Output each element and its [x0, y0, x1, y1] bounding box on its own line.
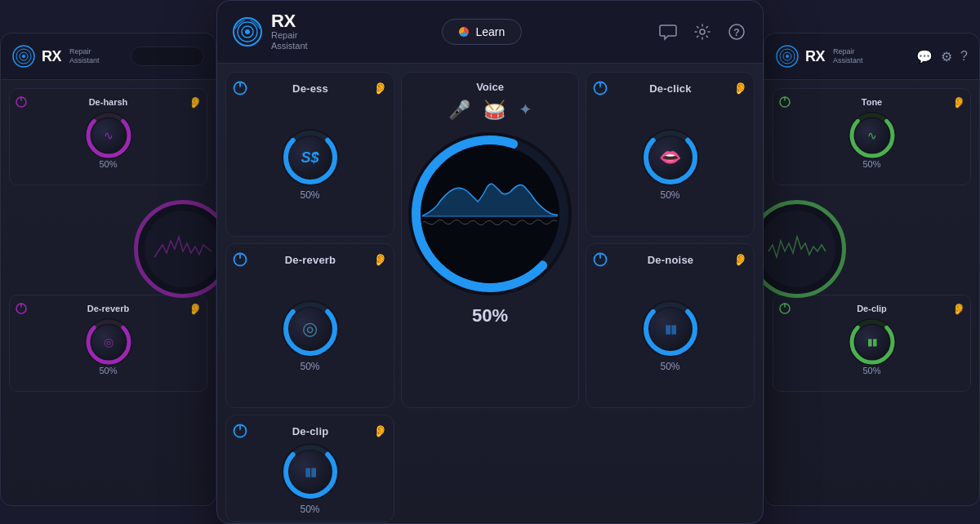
- de-clip-bg-knob[interactable]: ▮▮: [849, 318, 896, 366]
- de-reverb-bg-module: De-reverb 👂 ◎ 50%: [9, 295, 207, 392]
- de-click-label: De-click: [649, 82, 691, 95]
- voice-drum-icon[interactable]: 🥁: [483, 100, 506, 121]
- de-ess-knob[interactable]: S$: [282, 129, 339, 186]
- help-icon[interactable]: ?: [725, 20, 748, 43]
- de-click-value: 50%: [660, 189, 679, 201]
- rx-subtitle-line2: Assistant: [271, 41, 308, 51]
- de-clip-bg-ear-icon[interactable]: 👂: [952, 303, 965, 315]
- learn-button[interactable]: Learn: [442, 19, 522, 45]
- chat-icon[interactable]: [657, 20, 679, 43]
- left-bottom-spacer: [9, 398, 207, 406]
- rx-title: RX: [271, 12, 308, 30]
- de-clip-power-button[interactable]: [233, 424, 247, 438]
- left-header-search: [131, 47, 204, 66]
- right-settings-icon[interactable]: ⚙: [941, 49, 952, 64]
- right-partial-waveform-icon: [764, 229, 830, 269]
- voice-label: Voice: [476, 81, 504, 93]
- right-chat-icon[interactable]: 💬: [916, 49, 933, 64]
- right-bottom-spacer: [773, 398, 971, 406]
- de-reverb-label: De-reverb: [285, 254, 336, 266]
- de-reverb-module: De-reverb 👂 ◎ 50%: [225, 243, 394, 408]
- de-noise-ear-button[interactable]: 👂: [733, 253, 747, 266]
- learn-dot-icon: [459, 27, 469, 37]
- de-reverb-knob-container: ◎ 50%: [282, 272, 339, 401]
- de-harsh-ear-icon[interactable]: 👂: [189, 96, 202, 109]
- right-partial-knob-inner: [759, 211, 835, 287]
- right-background-panel: RX Repair Assistant 💬 ⚙ ? Tone 👂: [764, 33, 980, 506]
- de-ess-header: De-ess 👂: [233, 81, 387, 95]
- de-clip-bg-power-icon[interactable]: [778, 302, 791, 315]
- de-ess-label: De-ess: [292, 82, 328, 95]
- de-click-power-button[interactable]: [593, 81, 608, 95]
- de-harsh-knob[interactable]: ∿: [85, 112, 132, 159]
- de-reverb-value: 50%: [300, 361, 319, 372]
- main-logo-icon: [232, 16, 263, 47]
- voice-header: Voice: [408, 81, 572, 93]
- tone-module: Tone 👂 ∿ 50%: [773, 88, 971, 185]
- de-clip-knob[interactable]: ▮▮: [282, 443, 339, 500]
- de-harsh-module: De-harsh 👂 ∿ 50%: [9, 88, 207, 185]
- de-clip-bg-label: De-clip: [857, 304, 887, 313]
- svg-point-23: [245, 29, 250, 34]
- de-click-header: De-click 👂: [593, 81, 747, 95]
- de-clip-knob-inner: ▮▮: [289, 451, 332, 493]
- right-panel-modules: Tone 👂 ∿ 50%: [764, 80, 979, 503]
- tone-knob[interactable]: ∿: [849, 112, 896, 159]
- tone-power-icon[interactable]: [778, 95, 791, 109]
- de-ess-value: 50%: [300, 189, 319, 201]
- voice-sparkle-icon[interactable]: ✦: [519, 100, 532, 121]
- right-panel-header: RX Repair Assistant 💬 ⚙ ?: [764, 33, 979, 80]
- left-panel-header: RX Repair Assistant: [1, 33, 216, 80]
- de-noise-knob[interactable]: ▮▮: [642, 300, 699, 357]
- left-panel-rx-text: RX: [42, 48, 61, 65]
- de-reverb-bg-knob[interactable]: ◎: [85, 318, 132, 366]
- left-partial-knob-inner: [145, 211, 221, 287]
- de-harsh-power-icon[interactable]: [15, 95, 28, 109]
- de-reverb-bg-power-icon[interactable]: [15, 302, 28, 315]
- tone-knob-inner: ∿: [855, 118, 889, 153]
- de-reverb-bg-ear-icon[interactable]: 👂: [189, 303, 202, 315]
- tone-ear-icon[interactable]: 👂: [952, 96, 965, 109]
- voice-big-knob[interactable]: [408, 132, 572, 295]
- de-harsh-value: 50%: [99, 159, 117, 169]
- de-harsh-knob-inner: ∿: [91, 118, 126, 153]
- main-panel: RX Repair Assistant Learn: [216, 0, 764, 524]
- modules-grid: De-ess 👂 S$ 50% Voice 🎤: [217, 64, 763, 524]
- de-reverb-power-button[interactable]: [233, 252, 247, 267]
- de-reverb-ear-button[interactable]: 👂: [373, 253, 387, 266]
- de-click-knob[interactable]: 👄: [642, 129, 699, 186]
- right-panel-rx-text: RX: [805, 48, 825, 65]
- de-ess-ear-button[interactable]: 👂: [373, 82, 387, 95]
- de-click-module: De-click 👂 👄 50%: [586, 72, 755, 237]
- de-clip-module: De-clip 👂 ▮▮ 50%: [225, 415, 394, 522]
- de-click-ear-button[interactable]: 👂: [733, 82, 747, 95]
- left-panel-logo-icon: [12, 45, 35, 68]
- de-reverb-header: De-reverb 👂: [233, 252, 387, 267]
- de-clip-header: De-clip 👂: [233, 424, 387, 438]
- de-reverb-knob-inner: ◎: [289, 308, 332, 350]
- de-noise-knob-inner: ▮▮: [649, 308, 692, 350]
- de-click-knob-inner: 👄: [649, 136, 692, 179]
- de-clip-bg-value: 50%: [862, 366, 880, 375]
- de-reverb-knob[interactable]: ◎: [282, 300, 339, 357]
- tone-header: Tone 👂: [778, 95, 965, 109]
- de-reverb-bg-label: De-reverb: [87, 304, 129, 313]
- logo-area: RX Repair Assistant: [232, 12, 308, 51]
- de-reverb-bg-knob-inner: ◎: [91, 325, 126, 359]
- voice-icons-row: 🎤 🥁 ✦: [448, 100, 532, 121]
- left-panel-subtitle: Repair Assistant: [69, 47, 100, 65]
- de-noise-knob-container: ▮▮ 50%: [642, 272, 699, 401]
- rx-text-group: RX Repair Assistant: [271, 12, 308, 51]
- de-noise-power-button[interactable]: [593, 252, 608, 267]
- de-click-knob-container: 👄 50%: [642, 100, 699, 229]
- de-clip-knob-container: ▮▮ 50%: [282, 443, 339, 515]
- de-clip-ear-button[interactable]: 👂: [373, 424, 387, 437]
- de-ess-power-button[interactable]: [233, 81, 247, 95]
- de-noise-label: De-noise: [648, 254, 694, 266]
- right-help-icon[interactable]: ?: [960, 49, 968, 64]
- voice-mic-icon[interactable]: 🎤: [448, 100, 470, 121]
- de-ess-module: De-ess 👂 S$ 50%: [225, 72, 394, 237]
- de-harsh-label: De-harsh: [89, 97, 128, 107]
- settings-icon[interactable]: [691, 20, 714, 43]
- de-reverb-bg-header: De-reverb 👂: [15, 302, 202, 315]
